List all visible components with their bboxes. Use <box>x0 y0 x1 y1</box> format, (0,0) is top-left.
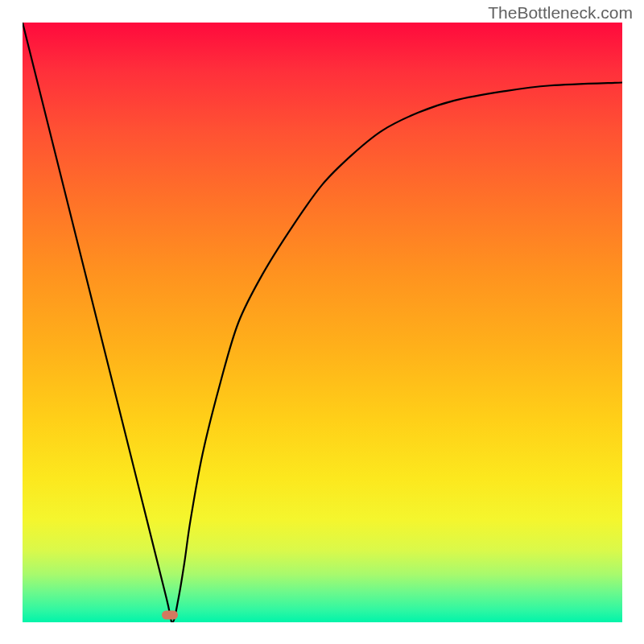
bottleneck-curve <box>23 23 622 622</box>
chart-frame <box>23 23 622 622</box>
optimum-marker <box>162 611 178 620</box>
plot-area <box>23 23 622 622</box>
watermark-text: TheBottleneck.com <box>488 3 633 23</box>
